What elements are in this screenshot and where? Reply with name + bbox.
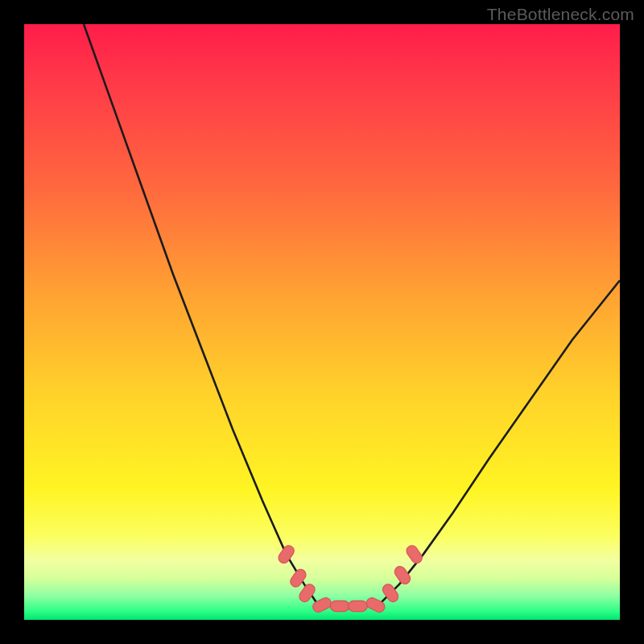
curve-group <box>84 24 620 614</box>
marker-point <box>393 564 412 586</box>
plot-area <box>24 24 620 620</box>
highlight-markers <box>276 543 424 613</box>
watermark-text: TheBottleneck.com <box>487 5 634 24</box>
marker-point <box>276 543 295 565</box>
marker-point <box>365 596 386 613</box>
marker-point <box>349 601 368 611</box>
chart-frame: TheBottleneck.com <box>0 0 644 644</box>
left-curve <box>84 24 316 602</box>
chart-svg <box>24 24 620 620</box>
marker-point <box>404 543 423 565</box>
marker-point <box>330 601 349 611</box>
